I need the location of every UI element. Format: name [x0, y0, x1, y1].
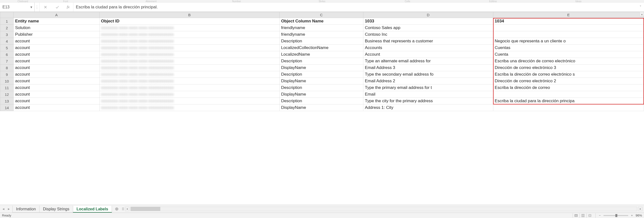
row-header[interactable]: 7: [0, 58, 14, 65]
sheet-tab-display-strings[interactable]: Display Strings: [39, 206, 73, 213]
zoom-in-button[interactable]: +: [630, 213, 634, 218]
cell[interactable]: [493, 105, 644, 111]
cell[interactable]: Description: [280, 58, 363, 65]
cell[interactable]: xxxxxxxx-xxxx-xxxx-xxxx-xxxxxxxxxxxx: [99, 98, 280, 105]
cell[interactable]: account: [14, 38, 100, 45]
enter-formula-button[interactable]: [52, 2, 63, 11]
cell[interactable]: Escriba la ciudad para la dirección prin…: [493, 98, 644, 105]
view-page-break-button[interactable]: [586, 213, 593, 218]
cell[interactable]: [493, 25, 644, 31]
cell[interactable]: Escriba la dirección de correo: [493, 85, 644, 91]
row-header[interactable]: 3: [0, 31, 14, 38]
row-header[interactable]: 14: [0, 105, 14, 111]
scroll-grip-icon[interactable]: [122, 207, 124, 211]
row-header[interactable]: 8: [0, 65, 14, 71]
cell[interactable]: Cuenta: [493, 51, 644, 58]
cell[interactable]: xxxxxxxx-xxxx-xxxx-xxxx-xxxxxxxxxxxx: [99, 71, 280, 78]
cell[interactable]: account: [14, 105, 100, 111]
header-cell[interactable]: Entity name: [14, 18, 100, 25]
cell[interactable]: account: [14, 98, 100, 105]
add-sheet-button[interactable]: ⊕: [113, 206, 120, 212]
row-header[interactable]: 12: [0, 91, 14, 98]
cell[interactable]: Type an alternate email address for: [363, 58, 493, 65]
expand-formula-bar-button[interactable]: ˅: [637, 2, 644, 11]
scroll-up-button[interactable]: ▴: [640, 12, 644, 16]
cell[interactable]: LocalizedName: [280, 51, 363, 58]
cell[interactable]: xxxxxxxx-xxxx-xxxx-xxxx-xxxxxxxxxxxx: [99, 91, 280, 98]
cell[interactable]: Email: [363, 91, 493, 98]
cell[interactable]: account: [14, 45, 100, 51]
cell[interactable]: DisplayName: [280, 78, 363, 85]
cell[interactable]: xxxxxxxx-xxxx-xxxx-xxxx-xxxxxxxxxxxx: [99, 45, 280, 51]
formula-input[interactable]: [73, 2, 637, 11]
cell[interactable]: Contoso Inc: [363, 31, 493, 38]
sheet-tab-localized-labels[interactable]: Localized Labels: [73, 206, 112, 213]
row-header[interactable]: 2: [0, 25, 14, 31]
cell[interactable]: DisplayName: [280, 65, 363, 71]
cell[interactable]: xxxxxxxx-xxxx-xxxx-xxxx-xxxxxxxxxxxx: [99, 38, 280, 45]
cell[interactable]: Business that represents a customer: [363, 38, 493, 45]
column-header-C[interactable]: C: [280, 12, 363, 18]
header-cell[interactable]: 1033: [363, 18, 493, 25]
cell[interactable]: Dirección de correo electrónico 2: [493, 78, 644, 85]
scrollbar-thumb[interactable]: [131, 207, 160, 211]
cell[interactable]: account: [14, 85, 100, 91]
cell[interactable]: Solution: [14, 25, 100, 31]
scroll-left-button[interactable]: ◂: [125, 207, 130, 211]
cell[interactable]: Email Address 3: [363, 65, 493, 71]
column-header-B[interactable]: B: [99, 12, 280, 18]
cell[interactable]: Description: [280, 85, 363, 91]
chevron-down-icon[interactable]: ▾: [30, 5, 32, 9]
spreadsheet-grid[interactable]: ABCDE 1Entity nameObject IDObject Column…: [0, 12, 644, 111]
cell[interactable]: xxxxxxxx-xxxx-xxxx-xxxx-xxxxxxxxxxxx: [99, 58, 280, 65]
cell[interactable]: Description: [280, 38, 363, 45]
sheet-tab-information[interactable]: Information: [12, 206, 40, 213]
cell[interactable]: Address 1: City: [363, 105, 493, 111]
cell[interactable]: Description: [280, 98, 363, 105]
cell[interactable]: Type the city for the primary address: [363, 98, 493, 105]
row-header[interactable]: 5: [0, 45, 14, 51]
cell[interactable]: Publisher: [14, 31, 100, 38]
cell[interactable]: Accounts: [363, 45, 493, 51]
cell[interactable]: account: [14, 58, 100, 65]
column-header-D[interactable]: D: [363, 12, 493, 18]
cell[interactable]: xxxxxxxx-xxxx-xxxx-xxxx-xxxxxxxxxxxx: [99, 25, 280, 31]
cell[interactable]: Type the primary email address for t: [363, 85, 493, 91]
row-header[interactable]: 6: [0, 51, 14, 58]
cell[interactable]: LocalizedCollectionName: [280, 45, 363, 51]
column-header-E[interactable]: E: [493, 12, 644, 18]
row-header[interactable]: 4: [0, 38, 14, 45]
cell[interactable]: Type the secondary email address fo: [363, 71, 493, 78]
worksheet-area[interactable]: ▴ ABCDE 1Entity nameObject IDObject Colu…: [0, 12, 644, 205]
cell[interactable]: Escriba una dirección de correo electrón…: [493, 58, 644, 65]
cell[interactable]: Email Address 2: [363, 78, 493, 85]
cell[interactable]: Account: [363, 51, 493, 58]
row-header[interactable]: 13: [0, 98, 14, 105]
cell[interactable]: account: [14, 51, 100, 58]
zoom-out-button[interactable]: −: [598, 213, 602, 218]
cell[interactable]: account: [14, 65, 100, 71]
scroll-right-button[interactable]: ▸: [638, 207, 642, 211]
sheet-nav-next-icon[interactable]: ▸: [7, 206, 11, 212]
cell[interactable]: xxxxxxxx-xxxx-xxxx-xxxx-xxxxxxxxxxxx: [99, 51, 280, 58]
select-all-corner[interactable]: [0, 12, 14, 18]
cell[interactable]: xxxxxxxx-xxxx-xxxx-xxxx-xxxxxxxxxxxx: [99, 31, 280, 38]
cell[interactable]: friendlyname: [280, 25, 363, 31]
view-normal-button[interactable]: [572, 213, 580, 218]
column-header-A[interactable]: A: [14, 12, 100, 18]
cell[interactable]: Cuentas: [493, 45, 644, 51]
row-header[interactable]: 11: [0, 85, 14, 91]
cell[interactable]: DisplayName: [280, 105, 363, 111]
cell[interactable]: account: [14, 91, 100, 98]
row-header[interactable]: 10: [0, 78, 14, 85]
sheet-nav-prev-icon[interactable]: ◂: [2, 206, 6, 212]
cell[interactable]: Description: [280, 71, 363, 78]
cell[interactable]: xxxxxxxx-xxxx-xxxx-xxxx-xxxxxxxxxxxx: [99, 65, 280, 71]
cell[interactable]: xxxxxxxx-xxxx-xxxx-xxxx-xxxxxxxxxxxx: [99, 85, 280, 91]
name-box[interactable]: E13 ▾: [0, 2, 34, 11]
insert-function-button[interactable]: fx: [63, 2, 73, 11]
cell[interactable]: Negocio que representa a un cliente o: [493, 38, 644, 45]
cell[interactable]: xxxxxxxx-xxxx-xxxx-xxxx-xxxxxxxxxxxx: [99, 105, 280, 111]
cell[interactable]: Contoso Sales app: [363, 25, 493, 31]
cell[interactable]: xxxxxxxx-xxxx-xxxx-xxxx-xxxxxxxxxxxx: [99, 78, 280, 85]
